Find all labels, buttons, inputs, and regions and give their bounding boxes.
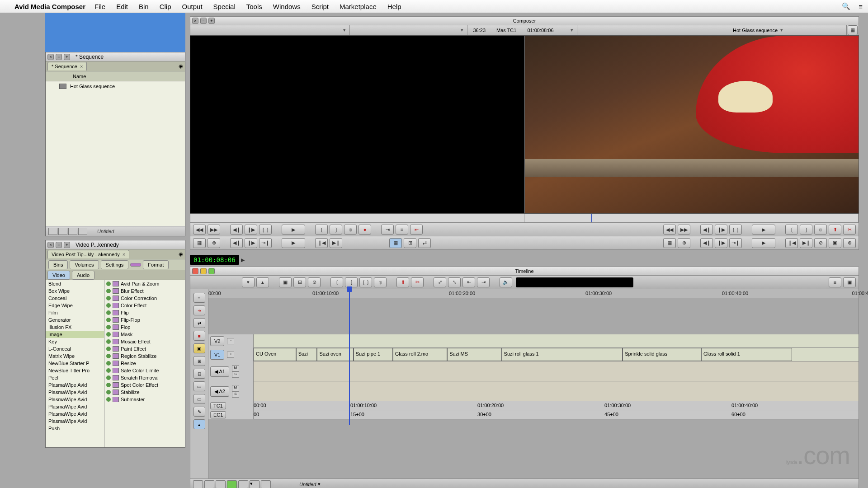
effect-item[interactable]: Mask	[104, 331, 185, 338]
tl-palette-button[interactable]: ▣	[193, 343, 205, 353]
tl-tool-button[interactable]: ⬆	[396, 277, 409, 287]
timeline-clip[interactable]: Suzi pipe 1	[354, 348, 393, 361]
close-icon[interactable]	[192, 268, 198, 274]
effect-item[interactable]: Flip	[104, 309, 185, 316]
effect-item[interactable]: Region Stabilize	[104, 352, 185, 360]
remove-effect-button[interactable]: ⊗	[843, 238, 856, 248]
play-loop-button[interactable]: ▶	[752, 238, 775, 248]
rewind-button[interactable]: ◀◀	[193, 225, 206, 235]
audio-tool-button[interactable]: 🔈	[500, 277, 512, 287]
bin-tab[interactable]: * Sequence×	[47, 62, 87, 70]
menu-special[interactable]: Special	[213, 3, 236, 10]
bin-item[interactable]: Hot Glass sequence	[46, 81, 185, 91]
play-button[interactable]: ▶	[282, 225, 305, 235]
zoom-icon[interactable]: +	[64, 54, 70, 60]
track-a2[interactable]	[254, 381, 859, 401]
menu-extras-icon[interactable]: ≡	[859, 3, 863, 10]
tab-close-icon[interactable]: ×	[80, 64, 83, 69]
trim-b-button[interactable]: ❙▶	[245, 238, 257, 248]
tracking-menu[interactable]	[559, 25, 577, 35]
trim-a-button[interactable]: ◀❙	[230, 238, 243, 248]
tab-bins[interactable]: Bins	[48, 260, 68, 269]
effect-item[interactable]: Spot Color Effect	[104, 381, 185, 389]
composer-titlebar[interactable]: × − + Composer	[190, 16, 859, 25]
project-titlebar[interactable]: × − + Video P...kennedy	[46, 240, 185, 249]
bin-view-script-icon[interactable]	[78, 228, 87, 235]
timeline-clip[interactable]: Suzi oven	[317, 348, 353, 361]
timeline-footer-button[interactable]	[193, 480, 203, 488]
effect-category[interactable]: PlasmaWipe Avid	[46, 389, 104, 396]
effect-category[interactable]: Film	[46, 309, 104, 316]
toggle-source-record-icon[interactable]: ▦	[848, 25, 858, 35]
timeline-clip[interactable]: Glass roll 2.mo	[393, 348, 447, 361]
tab-volumes[interactable]: Volumes	[70, 260, 99, 269]
effect-item[interactable]: Color Effect	[104, 302, 185, 309]
menu-tools[interactable]: Tools	[246, 3, 262, 10]
timeline-menu-button[interactable]: ≡	[829, 277, 841, 287]
match-frame-button[interactable]: ⊚	[208, 238, 220, 248]
tl-palette-button[interactable]: ➜	[193, 305, 205, 315]
timeline-settings-button[interactable]: ▣	[843, 277, 856, 287]
mark-clip-button[interactable]: ❲❳	[259, 225, 272, 235]
clear-marks-button[interactable]: ⎅	[344, 225, 357, 235]
mark-clip-button[interactable]: ❲❳	[729, 225, 742, 235]
timeline-ruler[interactable]: 00:0001:00:10:0001:00:20:0001:00:30:0001…	[208, 289, 859, 298]
tl-tool-button[interactable]: ⊞	[293, 277, 306, 287]
zoom-icon[interactable]	[208, 268, 215, 274]
effect-category[interactable]: Peel	[46, 374, 104, 381]
tl-tool-button[interactable]: ⤢	[434, 277, 446, 287]
effect-category[interactable]: Key	[46, 338, 104, 345]
effect-item[interactable]: Blur Effect	[104, 287, 185, 295]
effect-category[interactable]: Image	[46, 331, 104, 338]
bin-view-text-icon[interactable]	[58, 228, 67, 235]
effect-category[interactable]: Conceal	[46, 295, 104, 302]
track-mute-icon[interactable]: M	[232, 365, 239, 371]
position-indicator[interactable]	[591, 214, 592, 222]
track-solo-icon[interactable]: S	[232, 391, 239, 398]
effect-item[interactable]: Flop	[104, 324, 185, 331]
tab-video[interactable]: Video	[47, 271, 70, 280]
minimize-icon[interactable]: −	[56, 242, 62, 248]
timeline-timecode[interactable]: 01:00:08:06	[190, 255, 239, 265]
dropdown-icon[interactable]: ▾	[318, 481, 321, 487]
menu-bin[interactable]: Bin	[139, 3, 149, 10]
tl-tool-button[interactable]: ▴	[256, 277, 269, 287]
extract-button[interactable]: ✂	[843, 225, 856, 235]
tl-palette-button[interactable]: ▭	[193, 394, 205, 404]
close-icon[interactable]: ×	[47, 242, 54, 248]
timeline-titlebar[interactable]: Timeline	[190, 267, 859, 276]
effect-category[interactable]: PlasmaWipe Avid	[46, 381, 104, 389]
tl-tool-button[interactable]: ⎅	[374, 277, 387, 287]
effect-category[interactable]: Box Wipe	[46, 287, 104, 295]
rewind-button[interactable]: ◀◀	[663, 225, 676, 235]
tl-tool-button[interactable]: ✂	[411, 277, 424, 287]
timeline-footer-button[interactable]	[238, 480, 248, 488]
effect-category[interactable]: PlasmaWipe Avid	[46, 418, 104, 425]
goto-in-button[interactable]: ❙◀	[315, 238, 328, 248]
effect-mode-button[interactable]: ▦	[389, 238, 402, 248]
track-sync-lock-icon[interactable]: ▫	[227, 352, 234, 358]
tl-palette-button[interactable]: ≡	[193, 293, 205, 303]
mark-out-button[interactable]: ❳	[330, 225, 342, 235]
match-frame-button[interactable]: ⊚	[678, 238, 690, 248]
close-icon[interactable]: ×	[47, 54, 54, 60]
record-monitor[interactable]	[524, 35, 859, 214]
mark-in-button[interactable]: ❲	[315, 225, 328, 235]
track-sync-lock-icon[interactable]: ▫	[227, 338, 234, 344]
effect-category[interactable]: Matrix Wipe	[46, 352, 104, 360]
timeline-clip[interactable]: Suzi MS	[447, 348, 501, 361]
source-monitor[interactable]	[190, 35, 524, 214]
tl-tool-button[interactable]: ❳	[345, 277, 358, 287]
playhead[interactable]	[349, 289, 350, 425]
tl-palette-button[interactable]: ▴	[193, 419, 205, 429]
step-back-button[interactable]: ◀❙	[700, 225, 713, 235]
track-header-tc1[interactable]: TC1	[208, 401, 254, 410]
timeline-footer-button[interactable]	[227, 480, 237, 488]
tab-format[interactable]: Format	[143, 260, 169, 269]
timeline-footer-button[interactable]	[216, 480, 226, 488]
effect-item[interactable]: Scratch Removal	[104, 374, 185, 381]
effect-item[interactable]: Avid Pan & Zoom	[104, 280, 185, 287]
bin-view-frame-icon[interactable]	[68, 228, 77, 235]
collapse-button[interactable]: ⊘	[814, 238, 827, 248]
track-header-v1[interactable]: V1 ▫	[208, 348, 254, 361]
